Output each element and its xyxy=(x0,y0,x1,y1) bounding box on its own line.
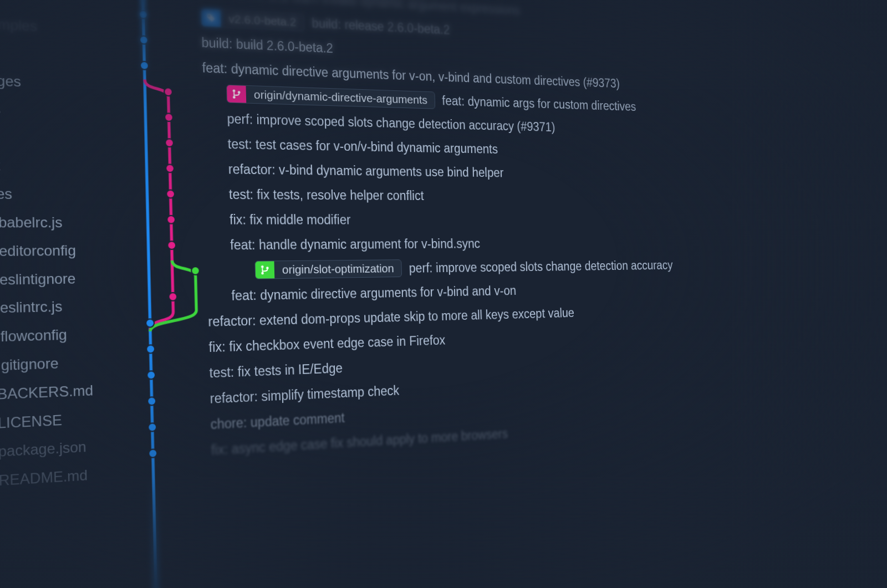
tag-label: v2.6.0-beta.2 xyxy=(221,10,304,31)
tree-item-label: .flowconfig xyxy=(0,321,67,351)
tree-item[interactable]: scripts xyxy=(0,94,122,126)
commit-message: test: fix tests in IE/Edge xyxy=(209,360,343,381)
commit-message: refactor: v-bind dynamic arguments use b… xyxy=(228,161,503,180)
tag-label: origin/slot-optimization xyxy=(274,260,402,278)
tree-item-label: LICENSE xyxy=(0,406,62,438)
commit-message: feat: dynamic directive arguments for v-… xyxy=(231,283,516,303)
commit-message: build: build 2.6.0-beta.2 xyxy=(201,35,333,56)
tag-icon xyxy=(201,9,221,27)
commit-message: build: release 2.6.0-beta.2 xyxy=(312,16,450,37)
branch-icon xyxy=(255,261,274,278)
commit-message: fix: fix middle modifier xyxy=(230,212,351,227)
tree-item[interactable]: .editorconfig xyxy=(0,237,125,266)
svg-point-23 xyxy=(233,89,236,92)
tree-item[interactable]: src xyxy=(0,122,123,154)
tree-item-label: README.md xyxy=(0,462,88,495)
tree-item[interactable]: types xyxy=(0,180,124,209)
tree-item[interactable]: README.md xyxy=(0,459,130,499)
tree-item-label: .gitignore xyxy=(0,350,59,380)
commit-message: refactor: simplify timestamp check xyxy=(210,383,399,407)
commit-message: fix: fix checkbox event edge case in Fir… xyxy=(208,333,445,355)
tree-item-label: .eslintrc.js xyxy=(0,293,63,323)
commit-message: perf: improve scoped slots change detect… xyxy=(227,111,555,134)
tree-item[interactable]: .eslintignore xyxy=(0,264,126,295)
tag-label: origin/dynamic-directive-arguments xyxy=(246,86,435,109)
commit-message: perf: improve scoped slots change detect… xyxy=(409,258,673,276)
tree-item-label: BACKERS.md xyxy=(0,376,94,408)
commit-message: feat: dynamic args for custom directives xyxy=(442,93,636,114)
commit-message: test: test cases for v-on/v-bind dynamic… xyxy=(227,136,498,156)
svg-point-24 xyxy=(233,96,236,99)
tree-item[interactable]: .eslintrc.js xyxy=(0,292,126,324)
tree-item[interactable]: .babelrc.js xyxy=(0,208,125,237)
release-tag[interactable]: v2.6.0-beta.2 xyxy=(201,8,304,32)
tree-item-label: types xyxy=(0,180,12,209)
commit-row[interactable]: fix: fix middle modifier xyxy=(205,207,887,232)
tree-item-label: packages xyxy=(0,65,21,96)
svg-point-26 xyxy=(261,265,264,268)
file-tree: githubbenchmarksdistexamplesflowpackages… xyxy=(0,0,135,588)
svg-point-27 xyxy=(261,272,264,275)
svg-point-28 xyxy=(266,267,269,269)
git-graph-panel: build: build 2.6.0-beta.3build: fix feat… xyxy=(118,0,887,588)
commit-message: test: fix tests, resolve helper conflict xyxy=(229,187,424,203)
commit-list: build: build 2.6.0-beta.3build: fix feat… xyxy=(118,0,887,468)
branch-tag[interactable]: origin/dynamic-directive-arguments xyxy=(226,85,435,109)
tree-item-label: .babelrc.js xyxy=(0,208,63,237)
branch-tag[interactable]: origin/slot-optimization xyxy=(254,259,402,279)
tree-item-label: scripts xyxy=(0,94,1,124)
tree-item[interactable]: test xyxy=(0,151,123,181)
tree-item-label: examples xyxy=(0,10,38,41)
branch-icon xyxy=(227,85,246,103)
svg-point-25 xyxy=(238,91,241,94)
commit-message: feat: handle dynamic argument for v-bind… xyxy=(230,236,480,253)
tree-item-label: package.json xyxy=(0,433,86,467)
commit-message: chore: update comment xyxy=(210,410,345,432)
tree-item-label: .eslintignore xyxy=(0,265,76,294)
tree-item-label: .editorconfig xyxy=(0,237,76,265)
